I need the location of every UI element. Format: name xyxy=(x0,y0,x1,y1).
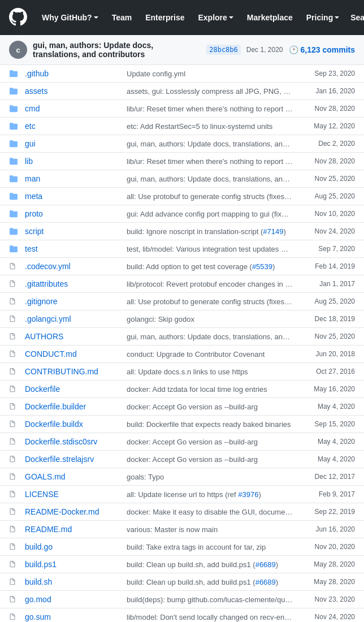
file-name[interactable]: go.sum xyxy=(25,612,121,621)
file-name[interactable]: assets xyxy=(25,87,121,96)
table-row[interactable]: etcetc: Add RestartSec=5 to linux-system… xyxy=(0,118,364,135)
file-icon xyxy=(9,385,19,394)
table-row[interactable]: guigui, man, authors: Update docs, trans… xyxy=(0,135,364,153)
table-row[interactable]: go.modbuild(deps): bump github.com/lucas… xyxy=(0,591,364,608)
file-name[interactable]: CONTRIBUTING.md xyxy=(25,367,121,376)
file-name[interactable]: README-Docker.md xyxy=(25,507,121,516)
file-name[interactable]: Dockerfile.buildx xyxy=(25,420,121,429)
file-list: .githubUpdate config.ymlSep 23, 2020asse… xyxy=(0,65,364,622)
table-row[interactable]: go.sumlib/model: Don't send locally chan… xyxy=(0,608,364,622)
file-commit-message: docker: Make it easy to disable the GUI,… xyxy=(127,508,293,516)
table-row[interactable]: README.mdvarious: Master is now mainJun … xyxy=(0,521,364,538)
chevron-down-icon xyxy=(94,16,98,21)
nav-why-github[interactable]: Why GitHub? xyxy=(36,8,104,27)
file-name[interactable]: Dockerfile.stdisc0srv xyxy=(25,437,121,446)
table-row[interactable]: .gitattributeslib/protocol: Revert proto… xyxy=(0,275,364,293)
file-name[interactable]: gui xyxy=(25,139,121,148)
table-row[interactable]: CONDUCT.mdconduct: Upgrade to Contributo… xyxy=(0,345,364,363)
file-name[interactable]: CONDUCT.md xyxy=(25,349,121,358)
file-date: Dec 2, 2020 xyxy=(298,140,355,148)
file-commit-message: docker: Accept Go version as --build-arg xyxy=(127,438,293,446)
table-row[interactable]: Dockerfile.builderdocker: Accept Go vers… xyxy=(0,398,364,416)
table-row[interactable]: .githubUpdate config.ymlSep 23, 2020 xyxy=(0,65,364,83)
table-row[interactable]: build.ps1build: Clean up build.sh, add b… xyxy=(0,556,364,573)
file-name[interactable]: cmd xyxy=(25,104,121,113)
table-row[interactable]: protogui: Add advance config port mappin… xyxy=(0,205,364,223)
file-commit-message: gui, man, authors: Update docs, translat… xyxy=(127,175,293,183)
table-row[interactable]: cmdlib/ur: Reset timer when there's noth… xyxy=(0,100,364,118)
file-name[interactable]: Dockerfile.strelajsrv xyxy=(25,455,121,464)
file-commit-message: docker: Add tzdata for local time log en… xyxy=(127,385,293,394)
file-name[interactable]: test xyxy=(25,244,121,253)
table-row[interactable]: .golangci.ymlgolangci: Skip godoxDec 18,… xyxy=(0,310,364,328)
file-name[interactable]: build.go xyxy=(25,542,121,551)
file-name[interactable]: build.sh xyxy=(25,577,121,586)
table-row[interactable]: LICENSEall: Update license url to https … xyxy=(0,486,364,503)
commits-count-section: 🕐 6,123 commits xyxy=(289,45,356,54)
table-row[interactable]: scriptbuild: Ignore noscript in translat… xyxy=(0,223,364,240)
file-name[interactable]: lib xyxy=(25,157,121,166)
file-name[interactable]: .gitignore xyxy=(25,297,121,306)
file-name[interactable]: README.md xyxy=(25,525,121,534)
table-row[interactable]: Dockerfile.strelajsrvdocker: Accept Go v… xyxy=(0,451,364,468)
file-name[interactable]: GOALS.md xyxy=(25,472,121,481)
table-row[interactable]: build.gobuild: Take extra tags in accoun… xyxy=(0,538,364,556)
table-row[interactable]: Dockerfile.buildxbuild: Dockerfile that … xyxy=(0,416,364,433)
file-name[interactable]: LICENSE xyxy=(25,490,121,499)
table-row[interactable]: liblib/ur: Reset timer when there's noth… xyxy=(0,153,364,170)
file-commit-message: conduct: Upgrade to Contributor Covenant xyxy=(127,350,293,358)
chevron-down-icon xyxy=(229,16,233,21)
file-name[interactable]: AUTHORS xyxy=(25,332,121,341)
file-name[interactable]: Dockerfile.builder xyxy=(25,402,121,411)
table-row[interactable]: CONTRIBUTING.mdall: Update docs.s.n link… xyxy=(0,363,364,381)
file-name[interactable]: meta xyxy=(25,192,121,201)
commit-sha[interactable]: 28bc8b6 xyxy=(206,45,241,55)
file-name[interactable]: .codecov.yml xyxy=(25,262,121,271)
search-button[interactable]: Search xyxy=(345,8,364,27)
table-row[interactable]: Dockerfile.stdisc0srvdocker: Accept Go v… xyxy=(0,433,364,451)
table-row[interactable]: .codecov.ymlbuild: Add option to get tes… xyxy=(0,258,364,275)
nav-team[interactable]: Team xyxy=(106,8,138,27)
file-date: Nov 10, 2020 xyxy=(298,210,355,218)
file-icon xyxy=(9,507,19,516)
file-name[interactable]: go.mod xyxy=(25,595,121,604)
nav-enterprise[interactable]: Enterprise xyxy=(140,8,190,27)
file-name[interactable]: .golangci.yml xyxy=(25,314,121,323)
file-commit-message: build: Add option to get test coverage (… xyxy=(127,262,293,271)
table-row[interactable]: assetsassets, gui: Losslessly compress a… xyxy=(0,83,364,100)
file-commit-message: golangci: Skip godox xyxy=(127,315,293,323)
file-icon xyxy=(9,437,19,446)
file-date: Jun 20, 2018 xyxy=(298,350,355,358)
file-name[interactable]: proto xyxy=(25,209,121,218)
folder-icon xyxy=(9,122,19,130)
file-commit-message: all: Update docs.s.n links to use https xyxy=(127,368,293,376)
file-date: Nov 28, 2020 xyxy=(298,157,355,165)
table-row[interactable]: .gitignoreall: Use protobuf to generate … xyxy=(0,293,364,310)
table-row[interactable]: Dockerfiledocker: Add tzdata for local t… xyxy=(0,381,364,398)
table-row[interactable]: README-Docker.mddocker: Make it easy to … xyxy=(0,503,364,521)
commits-count[interactable]: 6,123 commits xyxy=(301,45,356,54)
file-icon xyxy=(9,560,19,569)
table-row[interactable]: GOALS.mdgoals: TypoDec 12, 2017 xyxy=(0,468,364,486)
file-name[interactable]: script xyxy=(25,227,121,236)
table-row[interactable]: mangui, man, authors: Update docs, trans… xyxy=(0,170,364,188)
table-row[interactable]: metaall: Use protobuf to generate config… xyxy=(0,188,364,205)
nav-pricing[interactable]: Pricing xyxy=(301,8,345,27)
table-row[interactable]: testtest, lib/model: Various integration… xyxy=(0,240,364,258)
file-icon xyxy=(9,577,19,586)
file-icon xyxy=(9,542,19,551)
file-name[interactable]: Dockerfile xyxy=(25,385,121,394)
file-icon xyxy=(9,367,19,376)
file-icon xyxy=(9,402,19,411)
file-name[interactable]: man xyxy=(25,174,121,183)
file-name[interactable]: .gitattributes xyxy=(25,279,121,288)
file-name[interactable]: etc xyxy=(25,122,121,131)
table-row[interactable]: build.shbuild: Clean up build.sh, add bu… xyxy=(0,573,364,591)
table-row[interactable]: AUTHORSgui, man, authors: Update docs, t… xyxy=(0,328,364,345)
github-logo[interactable] xyxy=(9,8,27,28)
nav-explore[interactable]: Explore xyxy=(192,8,239,27)
nav-marketplace[interactable]: Marketplace xyxy=(241,8,298,27)
file-name[interactable]: .github xyxy=(25,69,121,78)
file-name[interactable]: build.ps1 xyxy=(25,560,121,569)
file-commit-message: build: Ignore noscript in translation-sc… xyxy=(127,227,293,236)
